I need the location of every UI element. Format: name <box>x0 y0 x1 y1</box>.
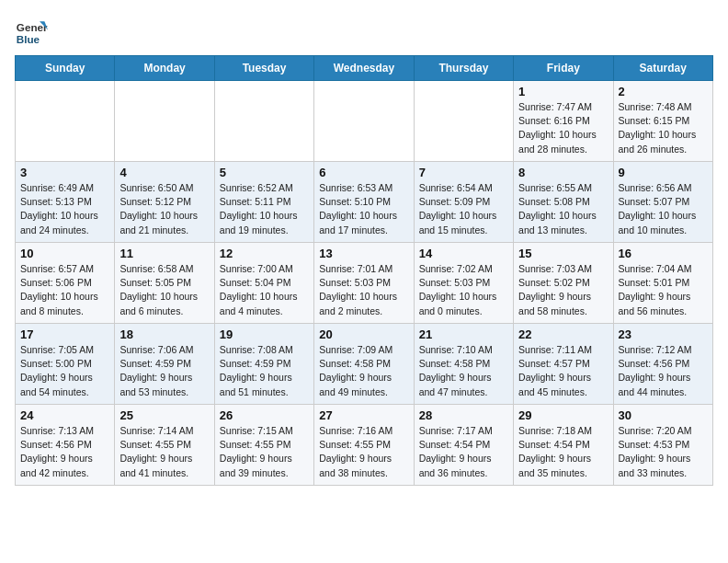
day-info: Sunrise: 7:10 AM Sunset: 4:58 PM Dayligh… <box>419 343 508 399</box>
calendar-week-row: 10Sunrise: 6:57 AM Sunset: 5:06 PM Dayli… <box>16 243 713 324</box>
calendar-cell <box>314 81 414 162</box>
day-number: 14 <box>419 247 508 260</box>
calendar-cell: 25Sunrise: 7:14 AM Sunset: 4:55 PM Dayli… <box>115 405 214 486</box>
day-number: 3 <box>20 166 109 179</box>
calendar-cell: 24Sunrise: 7:13 AM Sunset: 4:56 PM Dayli… <box>16 405 115 486</box>
day-number: 19 <box>220 327 309 341</box>
day-number: 30 <box>619 408 708 422</box>
day-number: 4 <box>119 166 209 179</box>
svg-text:Blue: Blue <box>17 33 40 45</box>
calendar-cell: 16Sunrise: 7:04 AM Sunset: 5:01 PM Dayli… <box>613 243 712 324</box>
day-info: Sunrise: 7:05 AM Sunset: 5:00 PM Dayligh… <box>20 343 109 399</box>
day-number: 15 <box>518 247 608 260</box>
calendar-week-row: 1Sunrise: 7:47 AM Sunset: 6:16 PM Daylig… <box>16 81 713 162</box>
day-number: 27 <box>319 408 408 422</box>
calendar-cell <box>16 81 115 162</box>
calendar-cell: 11Sunrise: 6:58 AM Sunset: 5:05 PM Dayli… <box>115 243 214 324</box>
day-info: Sunrise: 6:57 AM Sunset: 5:06 PM Dayligh… <box>20 262 109 318</box>
day-info: Sunrise: 7:06 AM Sunset: 4:59 PM Dayligh… <box>119 343 209 399</box>
calendar-cell: 5Sunrise: 6:52 AM Sunset: 5:11 PM Daylig… <box>214 162 313 243</box>
day-number: 5 <box>220 166 309 179</box>
day-number: 26 <box>220 408 309 422</box>
day-info: Sunrise: 7:48 AM Sunset: 6:15 PM Dayligh… <box>619 100 708 156</box>
calendar-cell: 18Sunrise: 7:06 AM Sunset: 4:59 PM Dayli… <box>115 324 214 405</box>
logo: General Blue <box>15 15 51 48</box>
day-number: 21 <box>419 327 508 341</box>
weekday-header-row: SundayMondayTuesdayWednesdayThursdayFrid… <box>16 56 713 81</box>
day-info: Sunrise: 7:04 AM Sunset: 5:01 PM Dayligh… <box>619 262 708 318</box>
calendar-cell: 30Sunrise: 7:20 AM Sunset: 4:53 PM Dayli… <box>613 405 712 486</box>
day-info: Sunrise: 6:54 AM Sunset: 5:09 PM Dayligh… <box>419 181 508 237</box>
calendar-cell: 22Sunrise: 7:11 AM Sunset: 4:57 PM Dayli… <box>514 324 613 405</box>
day-number: 23 <box>619 327 708 341</box>
day-number: 2 <box>619 85 708 98</box>
day-info: Sunrise: 7:00 AM Sunset: 5:04 PM Dayligh… <box>220 262 309 318</box>
calendar-cell: 15Sunrise: 7:03 AM Sunset: 5:02 PM Dayli… <box>514 243 613 324</box>
day-info: Sunrise: 7:20 AM Sunset: 4:53 PM Dayligh… <box>619 424 708 480</box>
day-number: 9 <box>619 166 708 179</box>
calendar-cell: 26Sunrise: 7:15 AM Sunset: 4:55 PM Dayli… <box>214 405 313 486</box>
day-info: Sunrise: 7:14 AM Sunset: 4:55 PM Dayligh… <box>119 424 209 480</box>
calendar-cell: 23Sunrise: 7:12 AM Sunset: 4:56 PM Dayli… <box>613 324 712 405</box>
day-info: Sunrise: 7:01 AM Sunset: 5:03 PM Dayligh… <box>319 262 408 318</box>
calendar-cell <box>214 81 313 162</box>
calendar-cell: 14Sunrise: 7:02 AM Sunset: 5:03 PM Dayli… <box>414 243 513 324</box>
day-info: Sunrise: 7:12 AM Sunset: 4:56 PM Dayligh… <box>619 343 708 399</box>
day-info: Sunrise: 6:58 AM Sunset: 5:05 PM Dayligh… <box>119 262 209 318</box>
day-info: Sunrise: 6:52 AM Sunset: 5:11 PM Dayligh… <box>220 181 309 237</box>
calendar-body: 1Sunrise: 7:47 AM Sunset: 6:16 PM Daylig… <box>16 81 713 486</box>
calendar-cell: 28Sunrise: 7:17 AM Sunset: 4:54 PM Dayli… <box>414 405 513 486</box>
calendar-cell: 12Sunrise: 7:00 AM Sunset: 5:04 PM Dayli… <box>214 243 313 324</box>
day-number: 25 <box>119 408 209 422</box>
day-info: Sunrise: 6:55 AM Sunset: 5:08 PM Dayligh… <box>518 181 608 237</box>
day-info: Sunrise: 6:53 AM Sunset: 5:10 PM Dayligh… <box>319 181 408 237</box>
calendar-cell: 6Sunrise: 6:53 AM Sunset: 5:10 PM Daylig… <box>314 162 414 243</box>
day-number: 13 <box>319 247 408 260</box>
calendar-week-row: 17Sunrise: 7:05 AM Sunset: 5:00 PM Dayli… <box>16 324 713 405</box>
calendar-week-row: 24Sunrise: 7:13 AM Sunset: 4:56 PM Dayli… <box>16 405 713 486</box>
day-info: Sunrise: 6:49 AM Sunset: 5:13 PM Dayligh… <box>20 181 109 237</box>
day-number: 16 <box>619 247 708 260</box>
calendar-cell: 7Sunrise: 6:54 AM Sunset: 5:09 PM Daylig… <box>414 162 513 243</box>
day-info: Sunrise: 7:13 AM Sunset: 4:56 PM Dayligh… <box>20 424 109 480</box>
day-info: Sunrise: 7:17 AM Sunset: 4:54 PM Dayligh… <box>419 424 508 480</box>
day-info: Sunrise: 6:56 AM Sunset: 5:07 PM Dayligh… <box>619 181 708 237</box>
day-info: Sunrise: 7:02 AM Sunset: 5:03 PM Dayligh… <box>419 262 508 318</box>
day-info: Sunrise: 6:50 AM Sunset: 5:12 PM Dayligh… <box>119 181 209 237</box>
calendar-cell: 27Sunrise: 7:16 AM Sunset: 4:55 PM Dayli… <box>314 405 414 486</box>
day-info: Sunrise: 7:47 AM Sunset: 6:16 PM Dayligh… <box>518 100 608 156</box>
weekday-header-cell: Tuesday <box>214 56 313 81</box>
calendar-cell: 17Sunrise: 7:05 AM Sunset: 5:00 PM Dayli… <box>16 324 115 405</box>
weekday-header-cell: Monday <box>115 56 214 81</box>
calendar-cell: 20Sunrise: 7:09 AM Sunset: 4:58 PM Dayli… <box>314 324 414 405</box>
calendar-cell: 3Sunrise: 6:49 AM Sunset: 5:13 PM Daylig… <box>16 162 115 243</box>
day-number: 17 <box>20 327 109 341</box>
calendar-table: SundayMondayTuesdayWednesdayThursdayFrid… <box>15 55 713 486</box>
day-number: 12 <box>220 247 309 260</box>
day-number: 1 <box>518 85 608 98</box>
weekday-header-cell: Thursday <box>414 56 513 81</box>
day-info: Sunrise: 7:11 AM Sunset: 4:57 PM Dayligh… <box>518 343 608 399</box>
day-number: 7 <box>419 166 508 179</box>
day-number: 11 <box>119 247 209 260</box>
day-number: 8 <box>518 166 608 179</box>
day-number: 10 <box>20 247 109 260</box>
day-info: Sunrise: 7:16 AM Sunset: 4:55 PM Dayligh… <box>319 424 408 480</box>
calendar-cell: 13Sunrise: 7:01 AM Sunset: 5:03 PM Dayli… <box>314 243 414 324</box>
day-info: Sunrise: 7:18 AM Sunset: 4:54 PM Dayligh… <box>518 424 608 480</box>
calendar-cell: 4Sunrise: 6:50 AM Sunset: 5:12 PM Daylig… <box>115 162 214 243</box>
day-info: Sunrise: 7:03 AM Sunset: 5:02 PM Dayligh… <box>518 262 608 318</box>
calendar-cell <box>115 81 214 162</box>
calendar-cell: 9Sunrise: 6:56 AM Sunset: 5:07 PM Daylig… <box>613 162 712 243</box>
weekday-header-cell: Wednesday <box>314 56 414 81</box>
logo-icon: General Blue <box>15 15 48 48</box>
day-number: 24 <box>20 408 109 422</box>
day-number: 22 <box>518 327 608 341</box>
day-number: 6 <box>319 166 408 179</box>
day-number: 29 <box>518 408 608 422</box>
day-info: Sunrise: 7:08 AM Sunset: 4:59 PM Dayligh… <box>220 343 309 399</box>
calendar-cell: 10Sunrise: 6:57 AM Sunset: 5:06 PM Dayli… <box>16 243 115 324</box>
day-number: 28 <box>419 408 508 422</box>
weekday-header-cell: Sunday <box>16 56 115 81</box>
day-number: 18 <box>119 327 209 341</box>
